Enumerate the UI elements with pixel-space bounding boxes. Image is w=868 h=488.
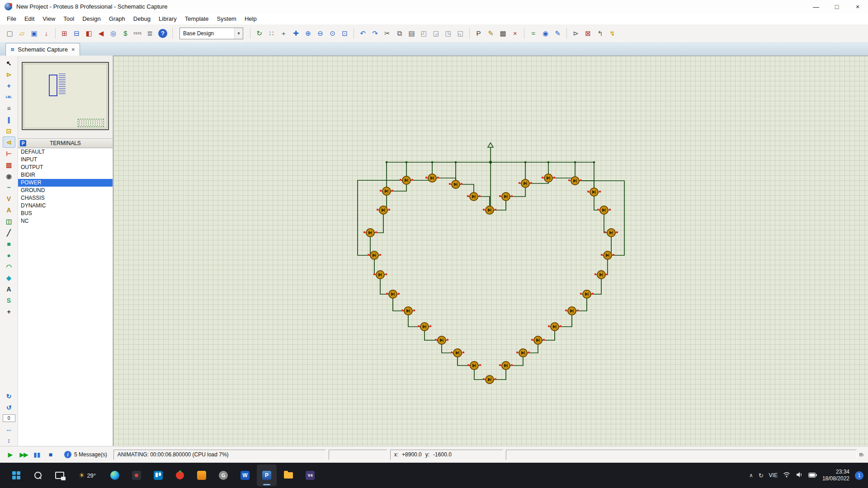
block-rotate-icon[interactable]: ◳ [442, 27, 454, 39]
terminal-item-default[interactable]: DEFAULT [18, 148, 113, 156]
notification-badge[interactable]: 1 [855, 471, 863, 480]
2d-marker-icon[interactable]: + [3, 306, 15, 317]
led-31[interactable] [516, 349, 530, 357]
new-project-icon[interactable]: ▢ [4, 27, 16, 39]
led-18[interactable] [418, 323, 431, 331]
selection-mode-icon[interactable]: ↖ [3, 57, 15, 69]
sheet-selector-combo[interactable]: Base Design▾ [179, 28, 243, 39]
paste-icon[interactable]: ▤ [406, 27, 418, 39]
menu-tool[interactable]: Tool [59, 14, 78, 23]
source-code-icon[interactable]: 0101 [132, 27, 144, 39]
2d-line-icon[interactable]: ╱ [3, 227, 15, 238]
battery-icon[interactable] [808, 471, 817, 479]
redo-icon[interactable]: ↷ [369, 27, 381, 39]
message-info-icon[interactable]: i [64, 451, 71, 458]
zoom-area-icon[interactable]: ⊡ [339, 27, 351, 39]
menu-graph[interactable]: Graph [105, 14, 129, 23]
terminal-item-nc[interactable]: NC [18, 217, 113, 225]
subcircuit-mode-icon[interactable]: ⊡ [3, 125, 15, 136]
proteus-app-icon[interactable]: P [257, 465, 277, 486]
2d-box-icon[interactable]: ■ [3, 238, 15, 249]
terminal-item-chassis[interactable]: CHASSIS [18, 194, 113, 202]
open-project-icon[interactable]: ▱ [16, 27, 28, 39]
pick-device-button[interactable]: P [20, 140, 26, 146]
start-button[interactable] [6, 465, 26, 486]
menu-edit[interactable]: Edit [20, 14, 38, 23]
led-3[interactable] [449, 180, 462, 188]
2d-symbol-icon[interactable]: S [3, 295, 15, 306]
2d-path-icon[interactable]: ◆ [3, 272, 15, 283]
message-count[interactable]: 5 Message(s) [74, 451, 107, 458]
graph-mode-icon[interactable]: ▥ [3, 159, 15, 170]
menu-view[interactable]: View [38, 14, 59, 23]
electrical-rule-check-icon[interactable]: ↯ [606, 27, 618, 39]
menu-template[interactable]: Template [181, 14, 213, 23]
current-probe-mode-icon[interactable]: A [3, 204, 15, 216]
app-icon-1[interactable] [127, 465, 146, 486]
2d-arc-icon[interactable]: ◠ [3, 261, 15, 272]
cut-icon[interactable]: ✂ [381, 27, 393, 39]
led-5[interactable] [483, 206, 496, 214]
led-4[interactable] [467, 192, 481, 201]
terminal-item-input[interactable]: INPUT [18, 156, 113, 164]
led-20[interactable] [451, 349, 464, 357]
2d-text-icon[interactable]: A [3, 283, 15, 295]
help-icon[interactable]: ? [158, 29, 167, 38]
led-28[interactable] [565, 307, 579, 315]
generator-mode-icon[interactable]: ~ [3, 182, 15, 193]
led-8[interactable] [542, 174, 555, 182]
menu-design[interactable]: Design [78, 14, 104, 23]
led-7[interactable] [519, 179, 532, 188]
copy-icon[interactable]: ⧉ [393, 27, 406, 39]
word-app-icon[interactable]: W [235, 465, 255, 486]
3d-visualizer-icon[interactable]: ◧ [83, 27, 95, 39]
block-copy-icon[interactable]: ◰ [418, 27, 430, 39]
led-27[interactable] [580, 290, 594, 298]
undo-icon[interactable]: ↶ [357, 27, 369, 39]
wire-label-mode-icon[interactable]: LBL [3, 91, 15, 103]
led-26[interactable] [594, 271, 608, 279]
zoom-all-icon[interactable]: ⊙ [326, 27, 339, 39]
tape-recorder-mode-icon[interactable]: ◉ [3, 170, 15, 182]
wifi-icon[interactable] [783, 471, 790, 479]
pcb-layout-icon[interactable]: ⊟ [71, 27, 83, 39]
junction-dot-mode-icon[interactable]: + [3, 80, 15, 91]
led-2[interactable] [425, 174, 439, 182]
menu-system[interactable]: System [213, 14, 241, 23]
led-21[interactable] [467, 361, 481, 370]
led-17[interactable] [401, 307, 415, 315]
save-project-icon[interactable]: ▣ [28, 27, 40, 39]
design-explorer-icon[interactable]: ◎ [107, 27, 119, 39]
tab-schematic-capture[interactable]: ⌗ Schematic Capture × [5, 43, 80, 56]
voltage-probe-mode-icon[interactable]: V [3, 193, 15, 204]
v4-app-icon[interactable]: V4 [300, 465, 320, 486]
menu-debug[interactable]: Debug [129, 14, 155, 23]
led-11[interactable] [380, 187, 393, 195]
hidden-icons-chevron-icon[interactable]: ∧ [749, 472, 753, 479]
virtual-instruments-mode-icon[interactable]: ◫ [3, 216, 15, 227]
menu-help[interactable]: Help [241, 14, 261, 23]
led-14[interactable] [368, 251, 381, 259]
redraw-icon[interactable]: ↻ [253, 27, 265, 39]
close-icon[interactable]: × [847, 0, 868, 13]
edge-app-icon[interactable] [105, 465, 125, 486]
zoom-in-icon[interactable]: ⊕ [302, 27, 314, 39]
menu-file[interactable]: File [3, 14, 20, 23]
terminal-item-dynamic[interactable]: DYNAMIC [18, 202, 113, 210]
led-10[interactable] [587, 188, 601, 196]
led-19[interactable] [435, 336, 448, 344]
packaging-tool-icon[interactable]: ▩ [497, 27, 509, 39]
zoom-out-icon[interactable]: ⊖ [314, 27, 326, 39]
maximize-icon[interactable]: □ [826, 0, 847, 13]
rotate-anticlockwise-icon[interactable]: ↺ [3, 402, 15, 413]
y-mirror-icon[interactable]: ↕ [3, 435, 15, 446]
minimize-icon[interactable]: — [806, 0, 826, 13]
update-icon[interactable]: ↻ [759, 472, 764, 479]
app-icon-2[interactable] [192, 465, 212, 486]
search-tag-icon[interactable]: ◉ [539, 27, 552, 39]
terminal-item-ground[interactable]: GROUND [18, 187, 113, 194]
new-root-sheet-icon[interactable]: ⊳ [570, 27, 582, 39]
led-15[interactable] [373, 271, 387, 279]
volume-icon[interactable] [796, 471, 803, 479]
led-30[interactable] [531, 336, 545, 344]
